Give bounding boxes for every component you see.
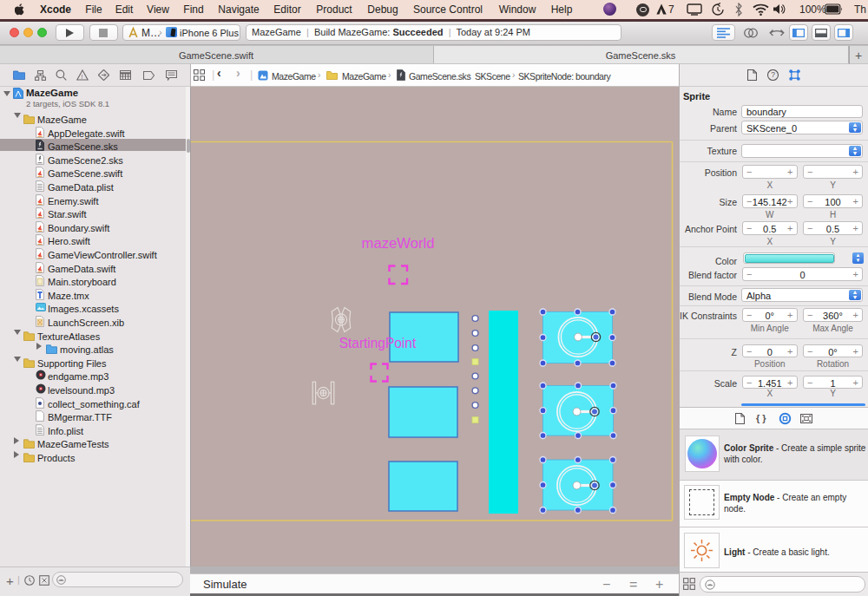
svg-text:mazeWorld: mazeWorld	[362, 235, 435, 252]
svg-text:StartingPoint: StartingPoint	[339, 335, 417, 351]
svg-text:!: !	[82, 74, 83, 80]
svg-text:?: ?	[771, 70, 775, 79]
